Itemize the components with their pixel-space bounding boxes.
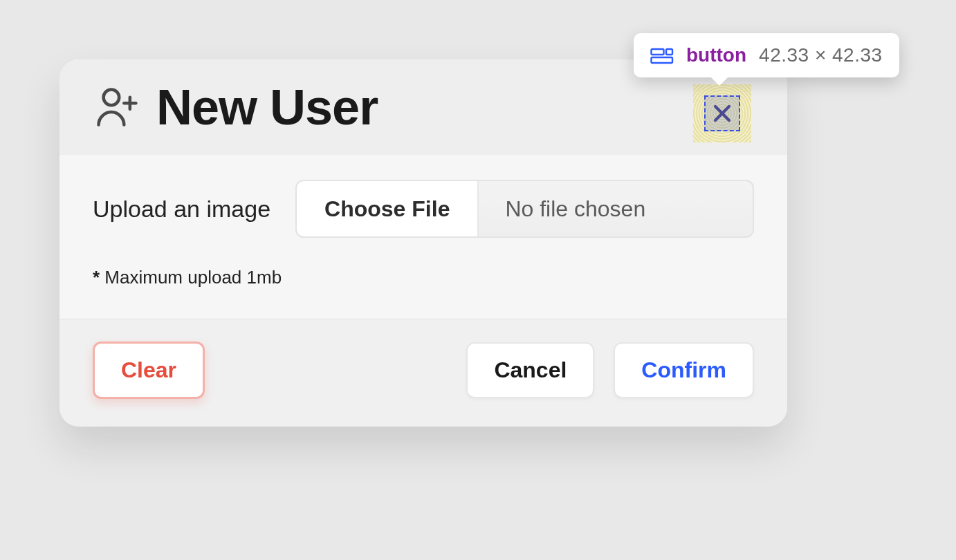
close-icon xyxy=(700,91,744,136)
svg-rect-6 xyxy=(666,49,672,55)
hint-text: Maximum upload 1mb xyxy=(100,267,282,288)
devtools-tooltip: button 42.33 × 42.33 xyxy=(634,33,899,77)
choose-file-button[interactable]: Choose File xyxy=(297,181,479,236)
confirm-button[interactable]: Confirm xyxy=(614,342,754,398)
add-user-icon xyxy=(93,84,140,131)
close-button[interactable] xyxy=(693,84,751,142)
file-input-group: Choose File No file chosen xyxy=(295,180,754,238)
upload-hint: * Maximum upload 1mb xyxy=(93,267,754,288)
dialog-body: Upload an image Choose File No file chos… xyxy=(59,155,787,319)
svg-rect-5 xyxy=(652,49,664,55)
clear-button[interactable]: Clear xyxy=(93,342,205,399)
svg-rect-7 xyxy=(652,57,673,63)
cancel-button[interactable]: Cancel xyxy=(466,342,594,398)
svg-point-0 xyxy=(104,90,120,106)
upload-label: Upload an image xyxy=(93,196,270,223)
upload-row: Upload an image Choose File No file chos… xyxy=(93,180,754,238)
hint-asterisk: * xyxy=(93,267,100,288)
file-status-text: No file chosen xyxy=(479,181,753,236)
devtools-dimensions: 42.33 × 42.33 xyxy=(759,44,883,66)
devtools-layout-icon xyxy=(650,47,674,64)
devtools-tag-name: button xyxy=(686,44,746,66)
new-user-dialog: New User Upload an image Choose File No … xyxy=(59,59,787,427)
dialog-title: New User xyxy=(156,79,378,136)
dialog-footer: Clear Cancel Confirm xyxy=(59,319,787,427)
